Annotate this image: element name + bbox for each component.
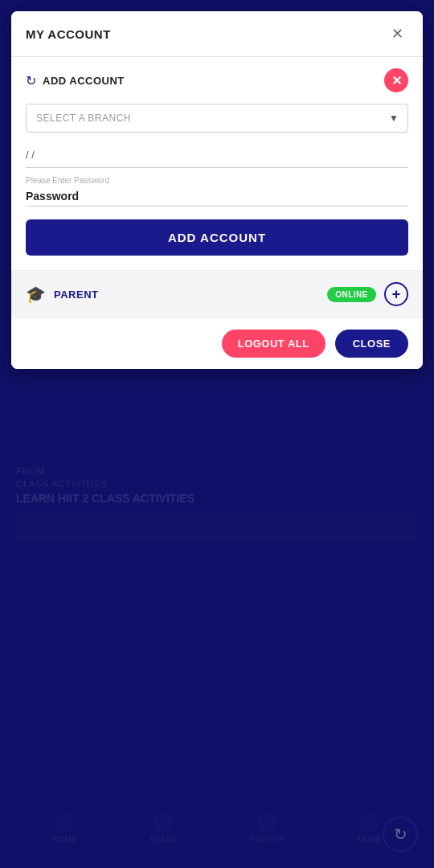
plus-icon: + <box>392 286 401 303</box>
date-input[interactable] <box>26 142 408 168</box>
modal-footer: LOGOUT ALL CLOSE <box>11 318 423 369</box>
account-name: PARENT <box>54 289 98 301</box>
logout-all-button[interactable]: LOGOUT ALL <box>222 330 326 358</box>
modal-close-icon: ✕ <box>391 25 403 43</box>
modal-header: MY ACCOUNT ✕ <box>11 11 423 57</box>
modal-title: MY ACCOUNT <box>26 27 111 41</box>
password-placeholder-label: Please Enter Password <box>26 176 408 185</box>
add-account-section: ↻ ADD ACCOUNT ✕ SELECT A BRANCH ▼ Please… <box>11 57 423 271</box>
account-add-button[interactable]: + <box>384 282 408 306</box>
branch-select-wrapper: SELECT A BRANCH ▼ <box>26 104 408 133</box>
modal-close-button[interactable]: ✕ <box>386 23 408 45</box>
my-account-modal: MY ACCOUNT ✕ ↻ ADD ACCOUNT ✕ SELECT A BR… <box>11 11 423 369</box>
add-account-close-button[interactable]: ✕ <box>384 68 408 92</box>
add-account-label-row: ↻ ADD ACCOUNT <box>26 73 125 88</box>
online-status-badge: ONLINE <box>327 287 376 302</box>
account-item-parent: 🎓 PARENT ONLINE + <box>11 271 423 318</box>
close-x-icon: ✕ <box>391 73 402 88</box>
refresh-icon-small: ↻ <box>26 73 36 88</box>
graduation-icon: 🎓 <box>26 285 46 304</box>
close-modal-button[interactable]: CLOSE <box>335 330 408 358</box>
add-account-label: ADD ACCOUNT <box>43 75 125 87</box>
add-account-button[interactable]: ADD ACCOUNT <box>26 219 408 256</box>
add-account-header: ↻ ADD ACCOUNT ✕ <box>26 68 408 92</box>
account-item-left: 🎓 PARENT <box>26 285 98 304</box>
account-item-right: ONLINE + <box>327 282 408 306</box>
password-field-wrapper: Please Enter Password <box>26 176 408 207</box>
branch-select[interactable]: SELECT A BRANCH <box>26 104 408 133</box>
password-input[interactable] <box>26 186 408 207</box>
